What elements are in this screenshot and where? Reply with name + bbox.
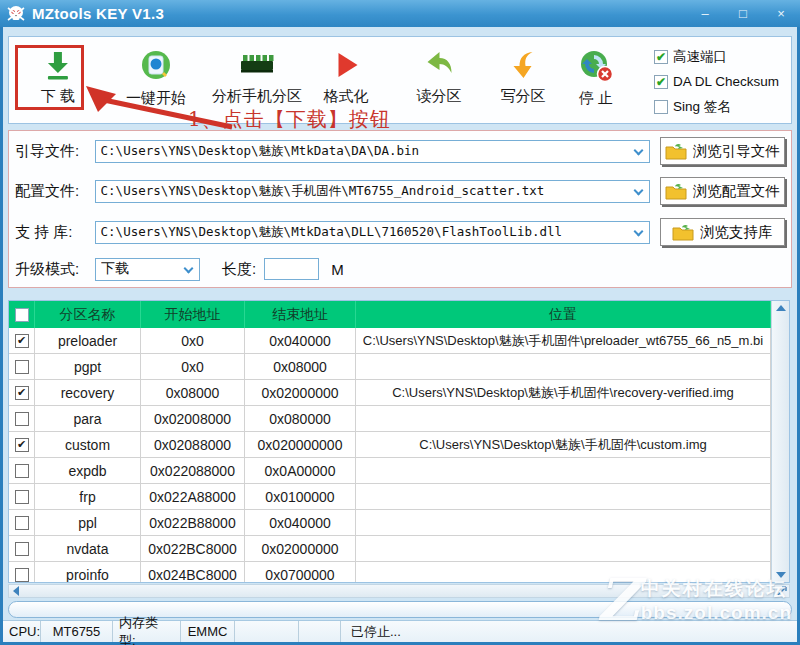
support-lib-combobox[interactable]: C:\Users\YNS\Desktop\魅族\MtkData\DLL\7160… (95, 221, 650, 244)
analyze-partitions-button[interactable]: 分析手机分区 (212, 48, 302, 106)
window-title: MZtools KEY V1.3 (32, 5, 164, 22)
row-checkbox[interactable] (15, 464, 29, 478)
format-button[interactable]: 格式化 (324, 48, 369, 106)
row-checkbox-cell[interactable] (9, 484, 35, 509)
row-checkbox-cell[interactable] (9, 328, 35, 353)
stop-button[interactable]: 停 止 (577, 48, 615, 108)
upgrade-mode-value: 下载 (101, 260, 129, 278)
scroll-up-icon[interactable] (776, 305, 786, 311)
browse-scatter-file-button[interactable]: 浏览配置文件 (660, 177, 785, 205)
row-checkbox[interactable] (15, 516, 29, 530)
cell-start-address: 0x08000 (141, 380, 245, 405)
scroll-left-icon[interactable] (13, 586, 19, 596)
cell-partition-name: para (35, 406, 141, 431)
boot-file-row: 引导文件: C:\Users\YNS\Desktop\魅族\MtkData\DA… (15, 137, 785, 165)
table-row-frp[interactable]: frp 0x022A88000 0x0100000 (9, 484, 771, 510)
status-bar: CPU: MT6755 内存类型: EMMC 已停止... (3, 620, 797, 642)
minimize-button[interactable]: – (686, 0, 724, 27)
row-checkbox[interactable] (15, 438, 29, 452)
download-icon (41, 48, 75, 82)
download-button[interactable]: 下 载 (41, 48, 75, 106)
row-checkbox-cell[interactable] (9, 458, 35, 483)
cell-end-address: 0x02000000 (245, 380, 356, 405)
row-checkbox[interactable] (15, 490, 29, 504)
toolbar-options: 高速端口 DA DL Checksum Sing 签名 (654, 44, 779, 119)
maximize-button[interactable]: □ (724, 0, 762, 27)
row-checkbox-cell[interactable] (9, 536, 35, 561)
row-checkbox-cell[interactable] (9, 510, 35, 535)
row-checkbox-cell[interactable] (9, 354, 35, 379)
option-sign[interactable]: Sing 签名 (654, 94, 779, 119)
browse-support-lib-button[interactable]: 浏览支持库 (660, 218, 785, 246)
option-label: 高速端口 (673, 48, 727, 66)
header-select-all[interactable] (9, 301, 35, 328)
cell-partition-name: pgpt (35, 354, 141, 379)
row-checkbox-cell[interactable] (9, 562, 35, 583)
row-checkbox[interactable] (15, 386, 29, 400)
stop-label: 停 止 (579, 89, 613, 108)
table-row-ppl[interactable]: ppl 0x022B88000 0x040000 (9, 510, 771, 536)
cell-end-address: 0x08000 (245, 354, 356, 379)
checkbox[interactable] (654, 75, 668, 89)
title-bar[interactable]: MZtools KEY V1.3 – □ × (0, 0, 800, 27)
row-checkbox[interactable] (15, 412, 29, 426)
row-checkbox-cell[interactable] (9, 406, 35, 431)
table-row-pgpt[interactable]: pgpt 0x0 0x08000 (9, 354, 771, 380)
browse-boot-file-button[interactable]: 浏览引导文件 (660, 137, 785, 165)
memory-type-value: EMMC (181, 621, 235, 642)
header-partition-name: 分区名称 (35, 301, 141, 328)
app-window: MZtools KEY V1.3 – □ × 下 载 一键开始 (0, 0, 800, 645)
read-partition-label: 读分区 (417, 87, 462, 106)
table-row-custom[interactable]: custom 0x02088000 0x020000000 C:\Users\Y… (9, 432, 771, 458)
row-checkbox-cell[interactable] (9, 380, 35, 405)
close-button[interactable]: × (762, 0, 800, 27)
table-row-para[interactable]: para 0x02008000 0x080000 (9, 406, 771, 432)
scroll-down-icon[interactable] (776, 572, 786, 578)
toolbar: 下 载 一键开始 分析手机分区 (8, 36, 792, 124)
checkbox[interactable] (654, 100, 668, 114)
table-row-recovery[interactable]: recovery 0x08000 0x02000000 C:\Users\YNS… (9, 380, 771, 406)
scatter-file-combobox[interactable]: C:\Users\YNS\Desktop\魅族\手机固件\MT6755_Andr… (95, 180, 650, 203)
scrollbar-corner[interactable] (774, 584, 790, 598)
chevron-down-icon[interactable] (633, 145, 643, 155)
length-label: 长度: (222, 260, 256, 279)
boot-file-combobox[interactable]: C:\Users\YNS\Desktop\魅族\MtkData\DA\DA.bi… (95, 140, 650, 163)
cpu-value: MT6755 (41, 621, 113, 642)
select-all-checkbox[interactable] (15, 308, 29, 322)
vertical-scrollbar[interactable] (771, 301, 789, 582)
resize-arrows-icon (777, 586, 787, 596)
table-row-expdb[interactable]: expdb 0x022088000 0x0A00000 (9, 458, 771, 484)
status-empty-segment (235, 621, 299, 642)
option-da-dl-checksum[interactable]: DA DL Checksum (654, 69, 779, 94)
header-location: 位置 (356, 301, 771, 328)
analyze-partitions-icon (237, 48, 277, 82)
header-end-address: 结束地址 (245, 301, 356, 328)
table-row-preloader[interactable]: preloader 0x0 0x040000 C:\Users\YNS\Desk… (9, 328, 771, 354)
browse-boot-file-label: 浏览引导文件 (693, 142, 780, 161)
cell-end-address: 0x0A00000 (245, 458, 356, 483)
cell-partition-name: proinfo (35, 562, 141, 583)
row-checkbox[interactable] (15, 568, 29, 582)
read-partition-icon (422, 48, 456, 82)
table-row-proinfo[interactable]: proinfo 0x024BC8000 0x0700000 (9, 562, 771, 583)
row-checkbox[interactable] (15, 360, 29, 374)
length-input[interactable] (264, 258, 319, 280)
chevron-down-icon[interactable] (184, 263, 194, 273)
row-checkbox-cell[interactable] (9, 432, 35, 457)
read-partition-button[interactable]: 读分区 (417, 48, 462, 106)
cell-end-address: 0x02000000 (245, 536, 356, 561)
write-partition-button[interactable]: 写分区 (501, 48, 546, 106)
option-high-speed-port[interactable]: 高速端口 (654, 44, 779, 69)
chevron-down-icon[interactable] (633, 185, 643, 195)
horizontal-scrollbar[interactable] (8, 584, 774, 598)
cell-partition-name: expdb (35, 458, 141, 483)
browse-support-lib-label: 浏览支持库 (700, 223, 773, 242)
chevron-down-icon[interactable] (633, 226, 643, 236)
checkbox[interactable] (654, 50, 668, 64)
one-key-start-button[interactable]: 一键开始 (126, 48, 186, 108)
row-checkbox[interactable] (15, 334, 29, 348)
cell-location (356, 458, 771, 483)
upgrade-mode-combobox[interactable]: 下载 (95, 258, 200, 281)
row-checkbox[interactable] (15, 542, 29, 556)
table-row-nvdata[interactable]: nvdata 0x022BC8000 0x02000000 (9, 536, 771, 562)
